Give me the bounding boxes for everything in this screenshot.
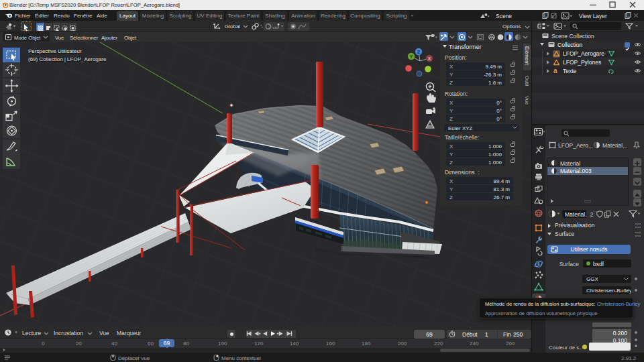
svg-text:Y: Y [409, 54, 413, 60]
svg-text:Z: Z [417, 49, 421, 55]
svg-text:X: X [427, 56, 431, 62]
